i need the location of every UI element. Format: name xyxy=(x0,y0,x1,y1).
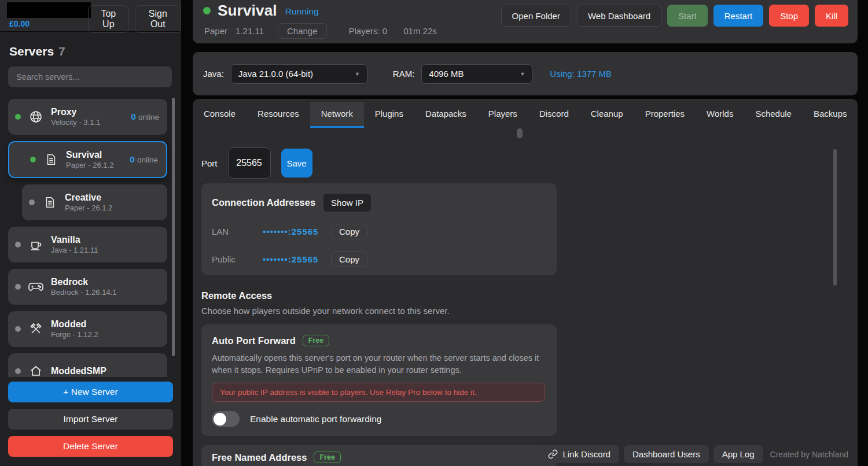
tab-datapacks[interactable]: Datapacks xyxy=(414,102,477,128)
server-item-modded[interactable]: ModdedForge - 1.12.2 xyxy=(8,311,167,347)
import-server-button[interactable]: Import Server xyxy=(8,409,173,430)
free-named-address-card: Free Named Address Free xyxy=(201,445,557,466)
server-item-vanilla[interactable]: VanillaJava - 1.21.11 xyxy=(8,227,167,262)
online-count: 0online xyxy=(130,154,158,165)
tab-schedule[interactable]: Schedule xyxy=(744,102,803,128)
app-credit: Created by Natchland xyxy=(770,450,848,459)
tab-console[interactable]: Console xyxy=(193,102,247,128)
port-label: Port xyxy=(201,158,218,168)
server-detail: Paper - 26.1.2 xyxy=(66,161,113,170)
web-dashboard-button[interactable]: Web Dashboard xyxy=(577,5,661,27)
link-discord-button[interactable]: Link Discord xyxy=(539,445,619,463)
footer-toolbar: Link Discord Dashboard Users App Log Cre… xyxy=(539,445,848,463)
players-count: Players: 0 xyxy=(349,26,388,36)
show-ip-button[interactable]: Show IP xyxy=(323,194,371,212)
chevron-down-icon: ▼ xyxy=(347,71,360,77)
cup-icon xyxy=(28,238,43,252)
house-icon xyxy=(28,364,43,377)
toggle-knob xyxy=(214,413,226,426)
content-scrollbar[interactable] xyxy=(833,149,837,286)
server-count: 7 xyxy=(58,45,65,58)
server-item-moddedsmp[interactable]: ModdedSMP xyxy=(8,353,167,377)
sidebar: Top Up Sign Out £0.00 Servers7 ProxyVelo… xyxy=(0,0,181,466)
ram-label: RAM: xyxy=(393,69,415,79)
server-detail: Velocity - 3.1.1 xyxy=(51,118,100,127)
server-item-survival[interactable]: SurvivalPaper - 26.1.20online xyxy=(8,141,167,178)
auto-port-forward-card: Auto Port Forward Free Automatically ope… xyxy=(201,324,557,436)
copy-address-button[interactable]: Copy xyxy=(331,224,367,239)
sidebar-scrollbar[interactable] xyxy=(172,98,175,356)
server-name: Bedrock xyxy=(51,276,116,288)
server-software: Paper xyxy=(204,26,227,36)
main-area: Survival Running Paper 1.21.11 Change Pl… xyxy=(193,0,858,466)
change-version-button[interactable]: Change xyxy=(278,23,327,39)
port-forward-toggle[interactable] xyxy=(212,411,240,427)
status-dot xyxy=(15,284,21,290)
tab-plugins[interactable]: Plugins xyxy=(364,102,414,128)
server-item-bedrock[interactable]: BedrockBedrock - 1.26.14.1 xyxy=(8,269,167,305)
tab-scroll-indicator[interactable] xyxy=(517,128,523,138)
server-item-proxy[interactable]: ProxyVelocity - 3.1.10online xyxy=(8,99,167,135)
dashboard-users-button[interactable]: Dashboard Users xyxy=(624,445,709,463)
globe-icon xyxy=(28,110,43,124)
stop-button[interactable]: Stop xyxy=(769,5,809,27)
kill-button[interactable]: Kill xyxy=(815,5,848,27)
ram-usage: Using: 1377 MB xyxy=(550,69,612,79)
start-button[interactable]: Start xyxy=(667,5,708,27)
delete-server-button[interactable]: Delete Server xyxy=(8,436,173,457)
server-detail: Bedrock - 1.26.14.1 xyxy=(51,288,116,297)
new-server-button[interactable]: + New Server xyxy=(8,382,173,402)
server-item-creative[interactable]: CreativePaper - 26.1.2 xyxy=(22,184,167,220)
user-bar: Top Up Sign Out £0.00 xyxy=(0,0,181,32)
open-folder-button[interactable]: Open Folder xyxy=(501,5,571,27)
copy-address-button[interactable]: Copy xyxy=(331,252,367,267)
ram-dropdown[interactable]: 4096 MB ▼ xyxy=(421,64,532,84)
servers-heading: Servers7 xyxy=(9,45,172,58)
tab-backups[interactable]: Backups xyxy=(803,102,858,128)
server-name: Vanilla xyxy=(51,234,98,246)
running-status-dot xyxy=(203,7,211,14)
status-dot xyxy=(30,157,36,162)
java-label: Java: xyxy=(203,69,224,79)
server-name: Proxy xyxy=(51,106,100,118)
sign-out-button[interactable]: Sign Out xyxy=(135,5,181,33)
auto-port-forward-title: Auto Port Forward xyxy=(212,335,296,346)
runtime-panel: Java: Java 21.0.0 (64-bit) ▼ RAM: 4096 M… xyxy=(193,52,858,95)
link-icon xyxy=(548,449,558,459)
top-up-button[interactable]: Top Up xyxy=(88,5,129,33)
free-badge: Free xyxy=(303,335,329,346)
server-uptime: 01m 22s xyxy=(403,26,437,36)
tab-cleanup[interactable]: Cleanup xyxy=(580,102,634,128)
remote-access-title: Remote Access xyxy=(201,290,858,301)
online-count: 0online xyxy=(131,112,159,122)
server-detail: Forge - 1.12.2 xyxy=(51,330,98,339)
status-dot xyxy=(15,326,21,332)
address-row-lan: LAN•••••••:25565Copy xyxy=(212,224,546,239)
file-icon xyxy=(42,195,57,209)
account-balance[interactable]: £0.00 xyxy=(9,19,30,28)
save-port-button[interactable]: Save xyxy=(281,149,312,177)
tab-properties[interactable]: Properties xyxy=(634,102,696,128)
tools-icon xyxy=(28,322,43,336)
tab-network[interactable]: Network xyxy=(310,102,364,128)
server-detail: Java - 1.21.11 xyxy=(51,246,98,255)
free-badge: Free xyxy=(314,452,340,463)
tab-resources[interactable]: Resources xyxy=(247,102,310,128)
free-named-address-title: Free Named Address xyxy=(212,452,307,463)
tab-worlds[interactable]: Worlds xyxy=(696,102,744,128)
file-icon xyxy=(43,153,58,167)
connection-addresses-title: Connection Addresses xyxy=(212,197,315,208)
controller-icon xyxy=(28,280,43,293)
java-version-dropdown[interactable]: Java 21.0.0 (64-bit) ▼ xyxy=(231,64,367,84)
server-status-label: Running xyxy=(285,6,319,17)
port-input[interactable] xyxy=(228,147,271,179)
tab-players[interactable]: Players xyxy=(477,102,528,128)
app-log-button[interactable]: App Log xyxy=(713,445,763,463)
public-ip-warning: Your public IP address is visible to pla… xyxy=(212,383,545,402)
restart-button[interactable]: Restart xyxy=(713,5,763,27)
layout-divider xyxy=(181,0,193,466)
tab-discord[interactable]: Discord xyxy=(528,102,580,128)
server-name: ModdedSMP xyxy=(51,365,106,377)
address-row-public: Public•••••••:25565Copy xyxy=(212,252,546,267)
search-input[interactable] xyxy=(8,66,172,87)
